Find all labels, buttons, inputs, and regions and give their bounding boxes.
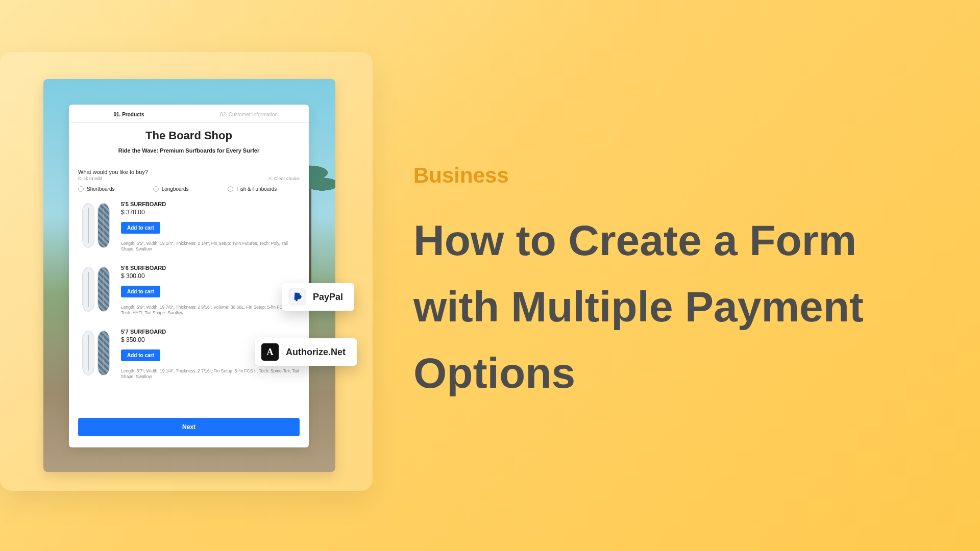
radio-shortboards[interactable]: Shortboards	[78, 186, 150, 192]
product-thumbnail	[78, 329, 114, 378]
product-price: $ 370.00	[121, 209, 300, 216]
radio-label: Shortboards	[87, 186, 114, 192]
article-headline: How to Create a Form with Multiple Payme…	[413, 207, 903, 407]
product-thumbnail	[78, 265, 114, 314]
clear-choice-label: Clear choice	[274, 176, 300, 181]
authorize-net-icon: A	[261, 343, 279, 361]
surfboard-icon	[82, 331, 94, 375]
article-category: Business	[413, 163, 903, 188]
radio-icon	[153, 186, 159, 192]
surfboard-icon	[97, 331, 110, 375]
next-button[interactable]: Next	[78, 418, 300, 436]
close-icon: ✕	[268, 176, 272, 181]
form-title: The Board Shop	[69, 129, 309, 142]
step-customer-info[interactable]: 02. Customer Information	[189, 112, 309, 117]
hero-scene: 01. Products 02. Customer Information Th…	[43, 79, 335, 472]
product-name: 5'7 SURFBOARD	[121, 329, 300, 335]
radio-longboards[interactable]: Longboards	[153, 186, 225, 192]
product-price: $ 300.00	[121, 272, 300, 280]
edit-hint[interactable]: Click to edit	[78, 176, 148, 181]
radio-label: Longboards	[162, 186, 189, 192]
radio-icon	[78, 186, 84, 192]
product-description: Length: 5'6", Width: 19 7/8", Thickness:…	[121, 305, 300, 316]
product-thumbnail	[78, 201, 114, 250]
add-to-cart-button[interactable]: Add to cart	[121, 286, 160, 297]
surfboard-icon	[82, 267, 94, 312]
badge-label: Authorize.Net	[286, 347, 346, 358]
add-to-cart-button[interactable]: Add to cart	[121, 222, 160, 234]
badge-label: PayPal	[313, 292, 343, 303]
order-form: 01. Products 02. Customer Information Th…	[69, 105, 309, 447]
radio-label: Fish & Funboards	[236, 186, 277, 192]
surfboard-icon	[82, 203, 94, 248]
step-products[interactable]: 01. Products	[69, 112, 189, 117]
surfboard-icon	[97, 267, 110, 312]
form-subtitle: Ride the Wave: Premium Surfboards for Ev…	[69, 147, 309, 154]
clear-choice-button[interactable]: ✕ Clear choice	[268, 176, 300, 181]
product-description: Length: 5'7", Width: 19 1/4", Thickness:…	[121, 368, 300, 380]
product-name: 5'5 SURFBOARD	[121, 201, 300, 207]
surfboard-icon	[97, 203, 110, 248]
product-row: 5'6 SURFBOARD $ 300.00 Add to cart Lengt…	[78, 259, 300, 322]
product-row: 5'5 SURFBOARD $ 370.00 Add to cart Lengt…	[78, 195, 300, 259]
question-label: What would you like to buy?	[78, 169, 148, 175]
badge-authorize-net: A Authorize.Net	[255, 338, 357, 366]
badge-paypal: PayPal	[282, 283, 354, 311]
radio-icon	[228, 186, 233, 192]
add-to-cart-button[interactable]: Add to cart	[121, 349, 160, 361]
paypal-icon	[288, 288, 306, 306]
product-description: Length: 5'5", Width: 19 1/4", Thickness:…	[121, 241, 300, 253]
radio-fish-funboards[interactable]: Fish & Funboards	[228, 186, 300, 192]
product-name: 5'6 SURFBOARD	[121, 265, 300, 271]
